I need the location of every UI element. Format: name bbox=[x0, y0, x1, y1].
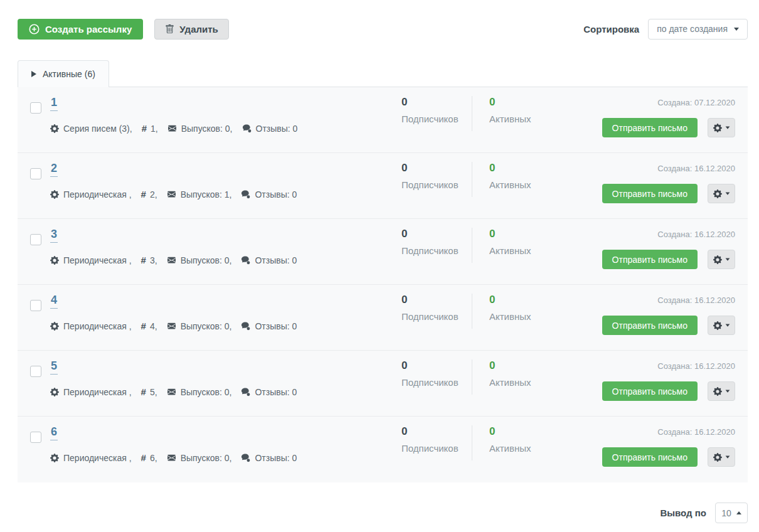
caret-down-icon bbox=[725, 192, 730, 194]
issues-count: Выпусков: 0, bbox=[181, 255, 232, 265]
mailing-type: Периодическая , bbox=[63, 189, 132, 200]
column-divider bbox=[472, 162, 472, 197]
active-count: 0 bbox=[489, 294, 531, 306]
comments-icon bbox=[241, 388, 250, 396]
active-label: Активных bbox=[489, 311, 531, 322]
comments-icon bbox=[242, 124, 252, 133]
active-label: Активных bbox=[489, 245, 531, 256]
send-letter-button[interactable]: Отправить письмо bbox=[602, 447, 698, 467]
mailing-title-link[interactable]: 2 bbox=[50, 162, 58, 177]
active-count: 0 bbox=[489, 162, 531, 174]
mailing-list: 1 Серия писем (3), # 1, bbox=[18, 87, 748, 482]
mailing-row: 1 Серия писем (3), # 1, bbox=[18, 87, 748, 153]
active-label: Активных bbox=[489, 377, 531, 388]
per-page-value: 10 bbox=[721, 508, 731, 518]
delete-button[interactable]: Удалить bbox=[154, 19, 229, 40]
active-count: 0 bbox=[489, 359, 531, 372]
row-checkbox[interactable] bbox=[30, 168, 41, 179]
send-letter-button[interactable]: Отправить письмо bbox=[602, 316, 698, 335]
gear-icon bbox=[713, 453, 722, 462]
mailing-type: Периодическая , bbox=[63, 387, 132, 397]
sort-select[interactable]: по дате создания bbox=[648, 19, 748, 40]
mailing-number: 5, bbox=[150, 387, 157, 397]
row-actions: Отправить письмо bbox=[602, 118, 735, 137]
comments-icon bbox=[241, 322, 250, 331]
active-label: Активных bbox=[489, 443, 531, 454]
caret-down-icon bbox=[725, 390, 730, 392]
create-mailing-label: Создать рассылку bbox=[45, 24, 132, 35]
row-actions: Отправить письмо bbox=[602, 316, 735, 335]
tab-active-mailings[interactable]: Активные (6) bbox=[18, 60, 109, 87]
reviews-count: Отзывы: 0 bbox=[255, 387, 297, 397]
row-settings-button[interactable] bbox=[708, 184, 735, 203]
caret-down-icon bbox=[725, 258, 730, 260]
send-letter-button[interactable]: Отправить письмо bbox=[602, 184, 698, 203]
column-divider bbox=[472, 359, 472, 395]
mailing-meta: Периодическая , # 2, Выпусков: 1, bbox=[50, 189, 306, 200]
mailing-meta: Периодическая , # 3, Выпусков: 0, bbox=[50, 255, 306, 265]
mailing-number: 2, bbox=[150, 189, 157, 200]
mailing-title-link[interactable]: 3 bbox=[50, 228, 58, 243]
per-page-select[interactable]: 10 bbox=[715, 503, 748, 523]
mailing-type: Периодическая , bbox=[63, 255, 132, 265]
reviews-count: Отзывы: 0 bbox=[255, 321, 297, 331]
envelope-icon bbox=[167, 256, 176, 264]
row-checkbox[interactable] bbox=[30, 102, 41, 114]
created-date: Создана: 16.12.2020 bbox=[657, 427, 735, 437]
mailing-number: 3, bbox=[150, 255, 157, 265]
row-settings-button[interactable] bbox=[708, 316, 735, 335]
row-settings-button[interactable] bbox=[708, 250, 735, 269]
comments-icon bbox=[241, 190, 250, 199]
gear-icon bbox=[713, 321, 722, 330]
per-page-label: Вывод по bbox=[660, 508, 706, 518]
row-checkbox[interactable] bbox=[30, 366, 41, 377]
active-column: 0 Активных bbox=[489, 425, 531, 454]
send-letter-button[interactable]: Отправить письмо bbox=[602, 118, 698, 137]
tab-bar: Активные (6) bbox=[18, 60, 748, 87]
issues-count: Выпусков: 1, bbox=[181, 189, 232, 200]
subscribers-column: 0 Подписчиков bbox=[401, 228, 459, 256]
envelope-icon bbox=[167, 190, 176, 198]
issues-count: Выпусков: 0, bbox=[181, 453, 232, 463]
row-checkbox[interactable] bbox=[30, 432, 41, 443]
issues-count: Выпусков: 0, bbox=[181, 387, 232, 397]
hash-icon: # bbox=[142, 123, 147, 134]
active-label: Активных bbox=[489, 179, 531, 190]
mailing-meta: Периодическая , # 6, Выпусков: 0, bbox=[50, 452, 306, 463]
gear-icon bbox=[50, 454, 59, 462]
gear-icon bbox=[713, 189, 722, 198]
gear-icon bbox=[50, 322, 59, 331]
gear-icon bbox=[50, 190, 59, 199]
send-letter-button[interactable]: Отправить письмо bbox=[602, 381, 698, 401]
mailing-title-link[interactable]: 1 bbox=[50, 96, 58, 111]
mailing-title-link[interactable]: 6 bbox=[50, 425, 58, 440]
pagination-footer: Вывод по 10 bbox=[660, 503, 748, 523]
mailing-title-link[interactable]: 5 bbox=[50, 359, 58, 375]
caret-down-icon bbox=[734, 28, 739, 31]
row-actions: Отправить письмо bbox=[602, 250, 735, 269]
mailing-title-link[interactable]: 4 bbox=[50, 294, 58, 309]
row-checkbox[interactable] bbox=[30, 300, 41, 311]
trash-icon bbox=[165, 24, 174, 34]
row-checkbox[interactable] bbox=[30, 234, 41, 245]
row-settings-button[interactable] bbox=[708, 381, 735, 401]
mailing-meta: Периодическая , # 4, Выпусков: 0, bbox=[50, 321, 306, 331]
mailing-row: 3 Периодическая , # 3, bbox=[18, 219, 748, 285]
row-actions: Отправить письмо bbox=[602, 447, 735, 467]
caret-up-icon bbox=[736, 511, 741, 514]
reviews-count: Отзывы: 0 bbox=[255, 189, 297, 200]
hash-icon: # bbox=[141, 321, 146, 331]
mailing-row: 6 Периодическая , # 6, bbox=[18, 417, 748, 482]
row-settings-button[interactable] bbox=[708, 447, 735, 467]
delete-label: Удалить bbox=[179, 24, 218, 35]
active-count: 0 bbox=[489, 96, 531, 109]
row-actions: Отправить письмо bbox=[602, 381, 735, 401]
subscribers-column: 0 Подписчиков bbox=[401, 162, 459, 190]
row-settings-button[interactable] bbox=[708, 118, 735, 137]
send-letter-button[interactable]: Отправить письмо bbox=[602, 250, 698, 269]
sort-label: Сортировка bbox=[583, 24, 639, 35]
gear-icon bbox=[713, 255, 722, 264]
subscribers-count: 0 bbox=[401, 228, 459, 240]
create-mailing-button[interactable]: Создать рассылку bbox=[18, 19, 143, 40]
active-column: 0 Активных bbox=[489, 228, 531, 256]
